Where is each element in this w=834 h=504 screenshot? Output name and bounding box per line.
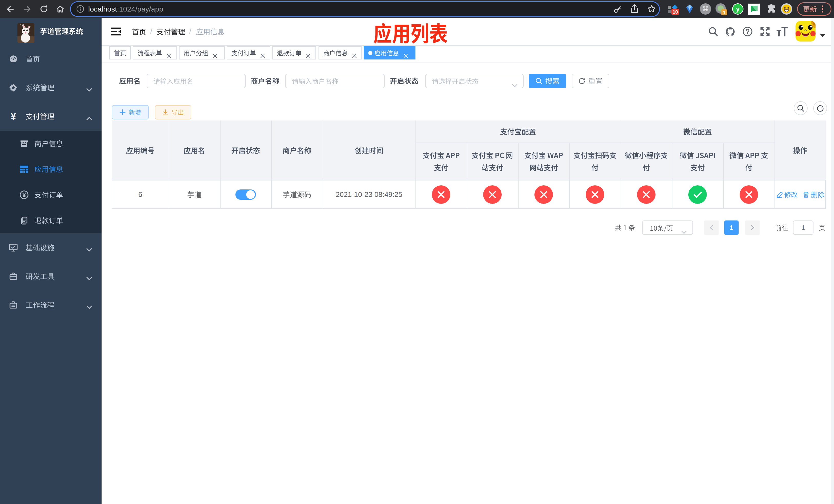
svg-text:1: 1 bbox=[723, 10, 726, 15]
svg-text:y: y bbox=[736, 5, 740, 13]
svg-text:10: 10 bbox=[673, 9, 678, 15]
svg-text:⌘: ⌘ bbox=[702, 5, 709, 13]
svg-text:¥: ¥ bbox=[11, 111, 16, 122]
